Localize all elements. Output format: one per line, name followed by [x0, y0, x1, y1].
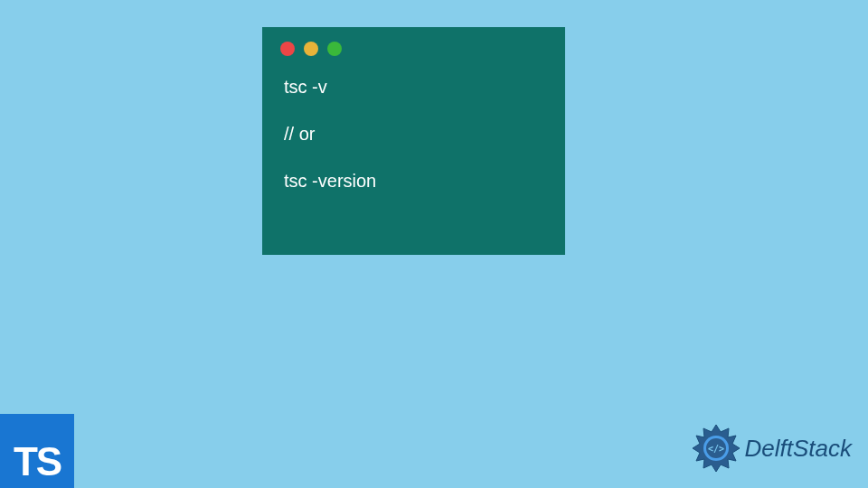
typescript-label: TS — [14, 439, 61, 484]
window-controls — [280, 42, 551, 56]
typescript-badge: TS — [0, 414, 74, 488]
delftstack-icon: </> — [689, 421, 743, 475]
code-line: tsc -version — [284, 168, 551, 193]
maximize-icon[interactable] — [327, 42, 342, 56]
code-line: tsc -v — [284, 74, 551, 99]
code-line: // or — [284, 121, 551, 146]
svg-text:</>: </> — [707, 444, 723, 454]
brand-logo: </> DelftStack — [689, 421, 853, 475]
brand-name: DelftStack — [745, 435, 853, 463]
close-icon[interactable] — [280, 42, 295, 56]
terminal-window: tsc -v // or tsc -version — [262, 27, 565, 255]
minimize-icon[interactable] — [304, 42, 318, 56]
